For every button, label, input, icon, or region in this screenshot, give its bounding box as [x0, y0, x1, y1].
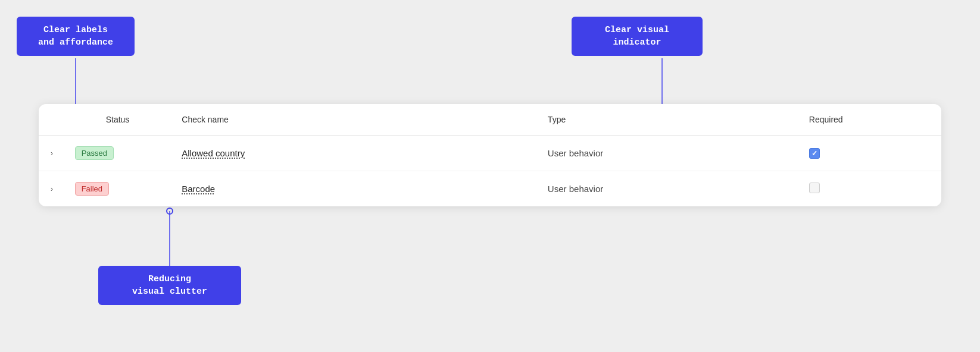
check-header-label: Check name — [182, 115, 229, 124]
row2-expand[interactable]: › — [39, 171, 70, 207]
row1-required-cell[interactable] — [802, 136, 941, 171]
annotation-reducing-clutter: Reducing visual clutter — [98, 266, 241, 305]
required-header-label: Required — [809, 115, 843, 124]
col-type-header: Type — [541, 104, 802, 136]
data-table: Status Check name Type Required — [39, 104, 941, 206]
row2-type-label: User behavior — [548, 184, 603, 194]
status-badge-failed: Failed — [75, 182, 109, 196]
row2-required-cell[interactable] — [802, 171, 941, 207]
row1-type-label: User behavior — [548, 148, 603, 158]
col-expand-header — [39, 104, 70, 136]
table-card: Status Check name Type Required — [39, 104, 941, 206]
row1-check-cell: Allowed country — [174, 136, 541, 171]
row2-status-cell: Failed — [70, 171, 175, 207]
row2-check-cell: Barcode — [174, 171, 541, 207]
row1-expand[interactable]: › — [39, 136, 70, 171]
page-container: Clear labels and affordance Clear visual… — [0, 0, 980, 352]
table-header-row: Status Check name Type Required — [39, 104, 941, 136]
expand-arrow-icon[interactable]: › — [51, 149, 53, 158]
annotation-clear-visual: Clear visual indicator — [572, 17, 703, 56]
row1-status-cell: Passed — [70, 136, 175, 171]
checkbox-unchecked[interactable] — [809, 183, 820, 193]
status-header-label: Status — [106, 115, 130, 124]
checkbox-checked[interactable] — [809, 148, 820, 159]
col-required-header: Required — [802, 104, 941, 136]
row1-check-name: Allowed country — [182, 148, 245, 158]
svg-point-5 — [167, 208, 173, 214]
col-check-header: Check name — [174, 104, 541, 136]
row1-type-cell: User behavior — [541, 136, 802, 171]
row2-type-cell: User behavior — [541, 171, 802, 207]
col-status-header: Status — [70, 104, 175, 136]
annotation-clear-labels: Clear labels and affordance — [17, 17, 135, 56]
type-header-label: Type — [548, 115, 566, 124]
expand-arrow-icon[interactable]: › — [51, 185, 53, 193]
row2-check-name: Barcode — [182, 184, 215, 194]
table-row: › Passed Allowed country User behavior — [39, 136, 941, 171]
table-row: › Failed Barcode User behavior — [39, 171, 941, 207]
status-badge-passed: Passed — [75, 146, 114, 160]
